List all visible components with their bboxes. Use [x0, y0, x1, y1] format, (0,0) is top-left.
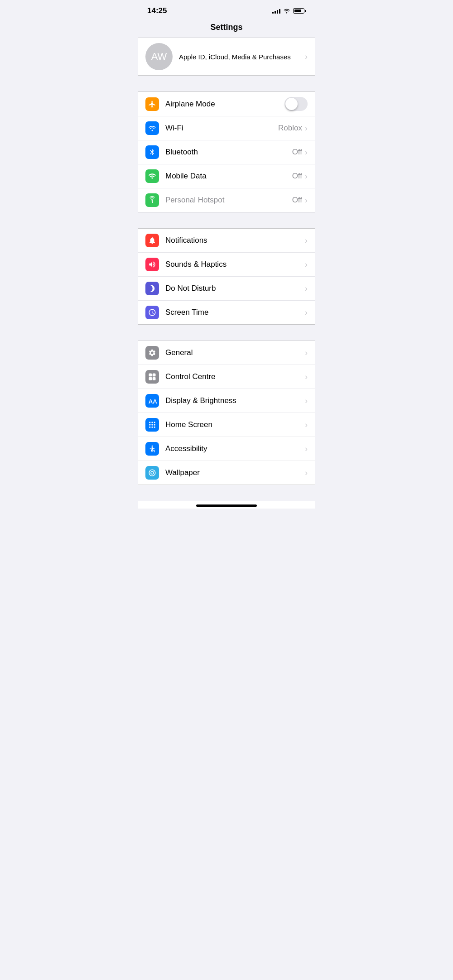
svg-point-14 — [152, 446, 153, 447]
personal-hotspot-row[interactable]: Personal Hotspot Off › — [138, 188, 315, 212]
mobile-data-value: Off — [292, 172, 302, 181]
wifi-status-icon — [283, 8, 290, 14]
wifi-chevron-icon: › — [305, 124, 308, 133]
do-not-disturb-row[interactable]: Do Not Disturb › — [138, 277, 315, 301]
svg-rect-10 — [154, 424, 155, 426]
control-centre-chevron-icon: › — [305, 372, 308, 382]
svg-text:AA: AA — [149, 398, 157, 404]
wallpaper-icon — [148, 469, 156, 477]
bluetooth-label: Bluetooth — [165, 148, 292, 157]
sound-icon — [148, 260, 156, 269]
sounds-haptics-chevron-icon: › — [305, 260, 308, 269]
preferences-section: General › Control Centre › AA Display & … — [138, 341, 315, 485]
section-divider-3 — [138, 325, 315, 341]
connectivity-section: Airplane Mode Wi-Fi Roblox › Bluetooth O… — [138, 91, 315, 212]
battery-icon — [293, 8, 306, 14]
profile-chevron-icon: › — [305, 52, 308, 62]
profile-section: AW Apple ID, iCloud, Media & Purchases › — [138, 38, 315, 76]
control-centre-row[interactable]: Control Centre › — [138, 365, 315, 389]
section-divider-2 — [138, 212, 315, 228]
personal-hotspot-chevron-icon: › — [305, 196, 308, 205]
screen-time-row[interactable]: Screen Time › — [138, 301, 315, 324]
wifi-label: Wi-Fi — [165, 124, 278, 133]
home-screen-chevron-icon: › — [305, 420, 308, 430]
svg-rect-11 — [149, 427, 150, 428]
sounds-haptics-row[interactable]: Sounds & Haptics › — [138, 253, 315, 277]
display-icon: AA — [148, 397, 157, 404]
avatar: AW — [145, 43, 173, 70]
svg-rect-7 — [154, 422, 155, 423]
home-screen-icon — [148, 421, 156, 429]
status-icons — [272, 8, 306, 14]
accessibility-label: Accessibility — [165, 444, 305, 453]
wallpaper-label: Wallpaper — [165, 468, 305, 477]
screen-time-label: Screen Time — [165, 308, 305, 317]
wifi-settings-icon — [148, 125, 156, 131]
wallpaper-row[interactable]: Wallpaper › — [138, 461, 315, 485]
svg-rect-13 — [154, 427, 155, 428]
page-title: Settings — [210, 23, 242, 32]
moon-icon — [148, 284, 156, 293]
airplane-mode-toggle[interactable] — [284, 97, 308, 111]
general-icon-wrapper — [145, 346, 159, 360]
notifications-row[interactable]: Notifications › — [138, 229, 315, 253]
wifi-row[interactable]: Wi-Fi Roblox › — [138, 116, 315, 140]
mobile-data-icon-wrapper — [145, 169, 159, 183]
mobile-data-chevron-icon: › — [305, 172, 308, 181]
control-centre-icon-wrapper — [145, 370, 159, 384]
control-centre-icon — [148, 373, 156, 381]
hotspot-icon-wrapper — [145, 193, 159, 207]
screen-time-chevron-icon: › — [305, 308, 308, 317]
display-brightness-row[interactable]: AA Display & Brightness › — [138, 389, 315, 413]
bluetooth-icon-wrapper — [145, 145, 159, 159]
do-not-disturb-chevron-icon: › — [305, 284, 308, 293]
do-not-disturb-icon-wrapper — [145, 282, 159, 295]
notifications-icon-wrapper — [145, 234, 159, 247]
personal-hotspot-label: Personal Hotspot — [165, 196, 292, 205]
signal-icon — [272, 8, 280, 14]
airplane-mode-label: Airplane Mode — [165, 100, 284, 109]
nav-title-bar: Settings — [138, 19, 315, 38]
control-centre-label: Control Centre — [165, 372, 305, 381]
airplane-mode-row[interactable]: Airplane Mode — [138, 92, 315, 116]
do-not-disturb-label: Do Not Disturb — [165, 284, 305, 293]
home-bar — [196, 504, 257, 507]
bluetooth-chevron-icon: › — [305, 148, 308, 157]
notifications-icon — [148, 236, 156, 245]
bluetooth-icon — [149, 148, 156, 157]
mobile-data-row[interactable]: Mobile Data Off › — [138, 164, 315, 188]
display-brightness-label: Display & Brightness — [165, 396, 305, 405]
section-divider-bottom — [138, 485, 315, 501]
notifications-label: Notifications — [165, 236, 305, 245]
wallpaper-chevron-icon: › — [305, 468, 308, 478]
svg-rect-5 — [149, 422, 150, 423]
screen-time-icon — [148, 308, 156, 317]
wifi-icon-wrapper — [145, 121, 159, 135]
wallpaper-icon-wrapper — [145, 466, 159, 480]
bluetooth-value: Off — [292, 148, 302, 157]
home-screen-row[interactable]: Home Screen › — [138, 413, 315, 437]
notifications-chevron-icon: › — [305, 236, 308, 245]
hotspot-icon — [148, 196, 156, 204]
signal-icon — [148, 172, 156, 180]
svg-rect-3 — [153, 377, 156, 380]
mobile-data-label: Mobile Data — [165, 172, 292, 181]
svg-rect-1 — [153, 374, 156, 377]
accessibility-icon — [148, 445, 156, 453]
sounds-icon-wrapper — [145, 258, 159, 271]
gear-icon — [148, 349, 156, 357]
svg-rect-0 — [149, 374, 152, 377]
profile-row[interactable]: AW Apple ID, iCloud, Media & Purchases › — [138, 38, 315, 75]
section-divider-1 — [138, 76, 315, 91]
accessibility-row[interactable]: Accessibility › — [138, 437, 315, 461]
svg-rect-9 — [152, 424, 153, 426]
bluetooth-row[interactable]: Bluetooth Off › — [138, 140, 315, 164]
home-screen-icon-wrapper — [145, 418, 159, 432]
wifi-value: Roblox — [278, 124, 302, 133]
display-icon-wrapper: AA — [145, 394, 159, 408]
screen-time-icon-wrapper — [145, 306, 159, 319]
general-row[interactable]: General › — [138, 341, 315, 365]
accessibility-chevron-icon: › — [305, 444, 308, 454]
general-label: General — [165, 348, 305, 357]
status-time: 14:25 — [147, 6, 167, 15]
